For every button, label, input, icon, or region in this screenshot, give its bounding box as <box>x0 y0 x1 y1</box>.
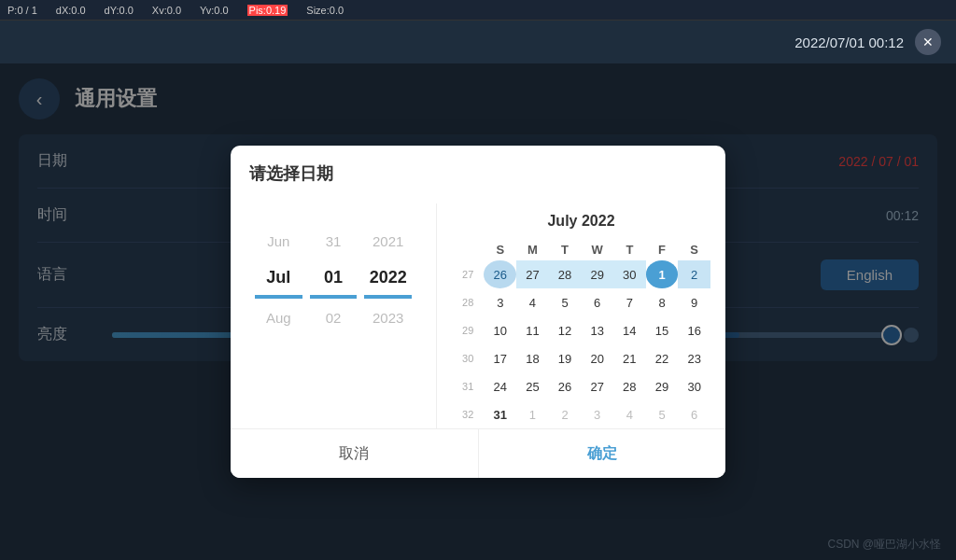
calendar-day[interactable]: 12 <box>549 316 582 344</box>
month-current: Jul <box>255 259 302 297</box>
calendar-day[interactable]: 1 <box>516 400 549 428</box>
debug-bar: P:0 / 1 dX:0.0 dY:0.0 Xv:0.0 Yv:0.0 Pis:… <box>0 0 956 21</box>
header-time: 2022/07/01 00:12 <box>794 35 904 50</box>
debug-dx: dX:0.0 <box>56 5 86 16</box>
debug-p: P:0 / 1 <box>7 5 37 16</box>
picker-wrap: Jun Jul Aug 31 01 02 2021 <box>246 213 421 419</box>
calendar-day[interactable]: 6 <box>678 400 710 428</box>
main-area: ‹ 通用设置 日期 2022 / 07 / 01 时间 00:12 语言 Eng… <box>0 63 956 560</box>
day-next: 02 <box>310 299 358 336</box>
weekday-sat: S <box>678 239 710 260</box>
calendar-day[interactable]: 26 <box>549 372 582 400</box>
debug-dy: dY:0.0 <box>105 5 134 16</box>
calendar-day[interactable]: 24 <box>484 372 516 400</box>
calendar-day[interactable]: 3 <box>581 400 613 428</box>
calendar-day[interactable]: 19 <box>549 344 582 372</box>
calendar-day[interactable]: 4 <box>613 400 646 428</box>
year-current: 2022 <box>364 259 412 297</box>
calendar-day[interactable]: 2 <box>678 260 710 288</box>
calendar-day[interactable]: 26 <box>484 260 516 288</box>
calendar-day[interactable]: 8 <box>646 288 679 316</box>
month-next: Aug <box>255 299 302 336</box>
calendar-day[interactable]: 16 <box>678 316 710 344</box>
week-num-header <box>452 239 484 260</box>
calendar-day[interactable]: 22 <box>646 344 679 372</box>
modal-body: Jun Jul Aug 31 01 02 2021 <box>231 194 725 428</box>
week-number: 30 <box>452 344 484 372</box>
calendar-day[interactable]: 15 <box>646 316 679 344</box>
calendar-day[interactable]: 13 <box>581 316 613 344</box>
calendar-day[interactable]: 30 <box>678 372 710 400</box>
header-bar: 2022/07/01 00:12 ✕ <box>0 21 956 63</box>
year-prev: 2021 <box>364 222 412 259</box>
calendar-day[interactable]: 17 <box>484 344 516 372</box>
calendar-day[interactable]: 3 <box>484 288 516 316</box>
month-prev: Jun <box>255 222 302 259</box>
calendar-day[interactable]: 2 <box>549 400 582 428</box>
cancel-button[interactable]: 取消 <box>231 429 479 478</box>
weekday-thu: T <box>613 239 646 260</box>
weekday-fri: F <box>646 239 679 260</box>
calendar-day[interactable]: 1 <box>646 260 679 288</box>
calendar-day[interactable]: 27 <box>516 260 549 288</box>
calendar-day[interactable]: 28 <box>613 372 646 400</box>
scroll-pickers: Jun Jul Aug 31 01 02 2021 <box>231 203 436 428</box>
calendar-day[interactable]: 25 <box>516 372 549 400</box>
calendar-day[interactable]: 10 <box>484 316 516 344</box>
calendar: July 2022 S M T W T F S <box>436 203 725 428</box>
week-number: 31 <box>452 372 484 400</box>
calendar-day[interactable]: 14 <box>613 316 646 344</box>
calendar-day[interactable]: 27 <box>581 372 613 400</box>
modal-footer: 取消 确定 <box>231 428 725 478</box>
week-number: 28 <box>452 288 484 316</box>
day-current: 01 <box>310 259 358 297</box>
calendar-day[interactable]: 5 <box>549 288 582 316</box>
close-button[interactable]: ✕ <box>915 29 941 55</box>
calendar-day[interactable]: 28 <box>549 260 582 288</box>
day-picker[interactable]: 31 01 02 <box>310 222 358 410</box>
weekday-mon: M <box>516 239 549 260</box>
date-picker-modal: 请选择日期 Jun Jul Aug 31 01 <box>231 146 725 478</box>
modal-title: 请选择日期 <box>231 146 725 194</box>
month-picker[interactable]: Jun Jul Aug <box>255 222 302 410</box>
calendar-day[interactable]: 31 <box>484 400 516 428</box>
weekday-wed: W <box>581 239 613 260</box>
calendar-grid: S M T W T F S 27262728293012283456789291… <box>452 239 710 428</box>
debug-xv: Xv:0.0 <box>152 5 181 16</box>
day-prev: 31 <box>310 222 358 259</box>
debug-pis: Pis:0.19 <box>247 5 288 16</box>
debug-yv: Yv:0.0 <box>200 5 229 16</box>
week-number: 29 <box>452 316 484 344</box>
year-picker[interactable]: 2021 2022 2023 <box>364 222 412 410</box>
calendar-day[interactable]: 20 <box>581 344 613 372</box>
week-number: 27 <box>452 260 484 288</box>
calendar-day[interactable]: 30 <box>613 260 646 288</box>
year-next: 2023 <box>364 299 412 336</box>
calendar-day[interactable]: 21 <box>613 344 646 372</box>
calendar-day[interactable]: 11 <box>516 316 549 344</box>
week-number: 32 <box>452 400 484 428</box>
calendar-day[interactable]: 29 <box>646 372 679 400</box>
calendar-day[interactable]: 7 <box>613 288 646 316</box>
calendar-day[interactable]: 18 <box>516 344 549 372</box>
confirm-button[interactable]: 确定 <box>479 429 726 478</box>
calendar-day[interactable]: 6 <box>581 288 613 316</box>
calendar-day[interactable]: 4 <box>516 288 549 316</box>
calendar-day[interactable]: 29 <box>581 260 613 288</box>
debug-size: Size:0.0 <box>306 5 344 16</box>
calendar-day[interactable]: 23 <box>678 344 710 372</box>
calendar-day[interactable]: 5 <box>646 400 679 428</box>
calendar-day[interactable]: 9 <box>678 288 710 316</box>
weekday-sun: S <box>484 239 516 260</box>
weekday-tue: T <box>549 239 582 260</box>
calendar-header: July 2022 <box>452 213 710 230</box>
